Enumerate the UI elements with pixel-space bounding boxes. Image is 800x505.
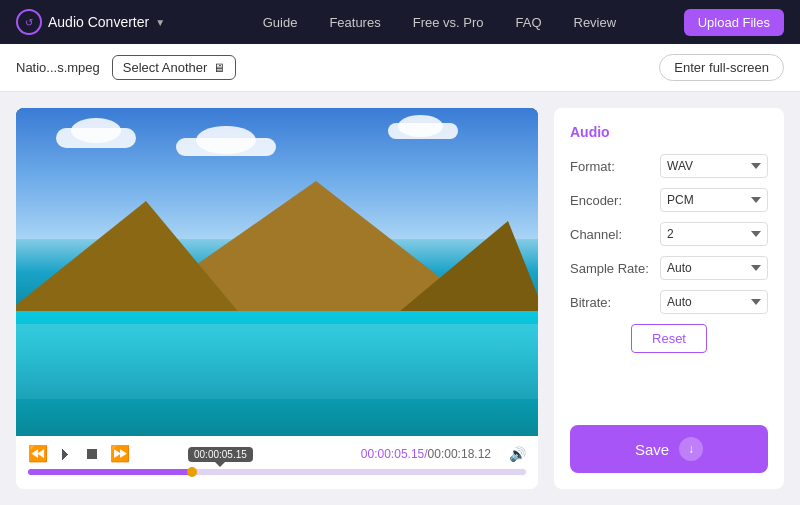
nav-review[interactable]: Review — [574, 15, 617, 30]
logo-icon: ↺ — [16, 9, 42, 35]
nav-guide[interactable]: Guide — [263, 15, 298, 30]
fullscreen-button[interactable]: Enter full-screen — [659, 54, 784, 81]
fast-forward-icon[interactable]: ⏩ — [110, 444, 130, 463]
settings-form: Format: WAV MP3 AAC FLAC OGG Encoder: PC… — [570, 154, 768, 425]
bitrate-row: Bitrate: Auto 128k 192k 256k 320k — [570, 290, 768, 314]
progress-bar-fill — [28, 469, 192, 475]
water-reflection — [16, 324, 538, 399]
save-label: Save — [635, 441, 669, 458]
app-name: Audio Converter — [48, 14, 149, 30]
rewind-icon[interactable]: ⏪ — [28, 444, 48, 463]
encoder-select[interactable]: PCM MP3 AAC — [660, 188, 768, 212]
video-thumbnail — [16, 108, 538, 436]
monitor-icon: 🖥 — [213, 61, 225, 75]
select-another-button[interactable]: Select Another 🖥 — [112, 55, 237, 80]
mountain-right — [388, 221, 538, 321]
play-icon[interactable]: ⏵ — [58, 445, 74, 463]
channel-row: Channel: 1 2 4 — [570, 222, 768, 246]
volume-icon[interactable]: 🔊 — [509, 446, 526, 462]
stop-icon[interactable]: ⏹ — [84, 445, 100, 463]
format-label: Format: — [570, 159, 660, 174]
progress-container[interactable]: 00:00:05.15 — [28, 469, 526, 483]
encoder-row: Encoder: PCM MP3 AAC — [570, 188, 768, 212]
format-row: Format: WAV MP3 AAC FLAC OGG — [570, 154, 768, 178]
sample-rate-row: Sample Rate: Auto 44100 48000 96000 — [570, 256, 768, 280]
main-nav: Guide Features Free vs. Pro FAQ Review — [195, 15, 684, 30]
toolbar: Natio...s.mpeg Select Another 🖥 Enter fu… — [0, 44, 800, 92]
bitrate-select[interactable]: Auto 128k 192k 256k 320k — [660, 290, 768, 314]
bitrate-label: Bitrate: — [570, 295, 660, 310]
sample-rate-label: Sample Rate: — [570, 261, 660, 276]
app-logo[interactable]: ↺ Audio Converter ▼ — [16, 9, 165, 35]
current-time-value: 00:00:05.15 — [361, 447, 424, 461]
logo-dropdown-icon[interactable]: ▼ — [155, 17, 165, 28]
mountain-left — [16, 201, 246, 321]
header: ↺ Audio Converter ▼ Guide Features Free … — [0, 0, 800, 44]
encoder-label: Encoder: — [570, 193, 660, 208]
nav-free-vs-pro[interactable]: Free vs. Pro — [413, 15, 484, 30]
settings-title: Audio — [570, 124, 768, 140]
channel-label: Channel: — [570, 227, 660, 242]
cloud-3 — [388, 123, 458, 139]
nav-faq[interactable]: FAQ — [515, 15, 541, 30]
video-display — [16, 108, 538, 436]
total-time-value: 00:00:18.12 — [428, 447, 491, 461]
player-controls: ⏪ ⏵ ⏹ ⏩ 00:00:05.15/00:00:18.12 🔊 00:00:… — [16, 436, 538, 489]
water-bg — [16, 311, 538, 436]
video-panel: ⏪ ⏵ ⏹ ⏩ 00:00:05.15/00:00:18.12 🔊 00:00:… — [16, 108, 538, 489]
select-another-label: Select Another — [123, 60, 208, 75]
sample-rate-select[interactable]: Auto 44100 48000 96000 — [660, 256, 768, 280]
upload-files-button[interactable]: Upload Files — [684, 9, 784, 36]
format-select[interactable]: WAV MP3 AAC FLAC OGG — [660, 154, 768, 178]
player-top-bar: ⏪ ⏵ ⏹ ⏩ 00:00:05.15/00:00:18.12 🔊 — [28, 444, 526, 463]
channel-select[interactable]: 1 2 4 — [660, 222, 768, 246]
save-button[interactable]: Save ↓ — [570, 425, 768, 473]
nav-features[interactable]: Features — [329, 15, 380, 30]
main-content: ⏪ ⏵ ⏹ ⏩ 00:00:05.15/00:00:18.12 🔊 00:00:… — [0, 92, 800, 505]
cloud-1 — [56, 128, 136, 148]
reset-button[interactable]: Reset — [631, 324, 707, 353]
time-tooltip: 00:00:05.15 — [188, 447, 253, 462]
save-icon: ↓ — [679, 437, 703, 461]
settings-panel: Audio Format: WAV MP3 AAC FLAC OGG Encod… — [554, 108, 784, 489]
header-actions: Upload Files — [684, 9, 784, 36]
file-name: Natio...s.mpeg — [16, 60, 100, 75]
current-time: 00:00:05.15/00:00:18.12 — [361, 447, 491, 461]
cloud-2 — [176, 138, 276, 156]
progress-thumb[interactable] — [187, 467, 197, 477]
mountains-bg — [16, 206, 538, 321]
progress-bar-background[interactable] — [28, 469, 526, 475]
